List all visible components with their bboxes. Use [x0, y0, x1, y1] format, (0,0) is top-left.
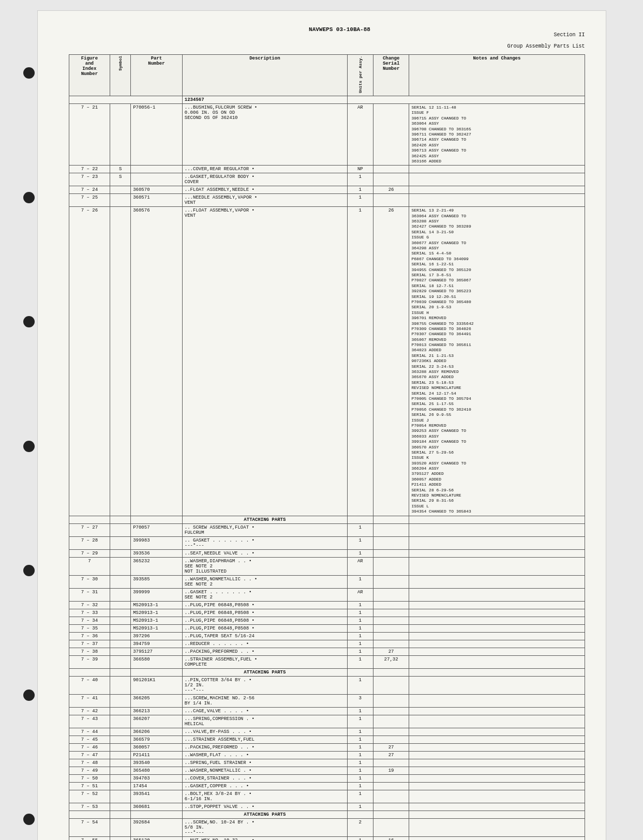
cell-fig: 7 – 48	[69, 759, 110, 767]
cell-part: 397296	[131, 632, 183, 640]
cell-change: 27	[373, 743, 409, 751]
cell-fig: 7 – 22	[69, 166, 110, 173]
cell-notes	[409, 575, 585, 588]
cell-part: 17454	[131, 782, 183, 790]
cell-desc: ..BOLT,HEX 3/8-24 BY . • 6-1/16 IN.	[182, 790, 347, 803]
cell-units: 1	[347, 575, 373, 588]
cell-notes: SERIAL 13 2-21-49 363064 ASSY CHANGED TO…	[409, 207, 585, 516]
cell-change: 16	[373, 836, 409, 840]
cell-notes	[409, 536, 585, 549]
cell-desc: ..PLUG,PIPE 06848,P8508 •	[182, 601, 347, 609]
cell-change	[373, 803, 409, 811]
table-row: 7 – 45366579...STRAINER ASSEMBLY,FUEL1	[69, 736, 585, 743]
cell-fig: 7 – 52	[69, 790, 110, 803]
margin-dot-2	[23, 192, 35, 203]
cell-fig: 7 – 33	[69, 609, 110, 617]
cell-units: 1	[347, 549, 373, 557]
cell-units: 1	[347, 767, 373, 774]
cell-fig: 7 – 28	[69, 536, 110, 549]
cell-sym	[110, 803, 131, 811]
cell-sym	[110, 588, 131, 601]
cell-part: 360681	[131, 803, 183, 811]
cell-fig: 7 – 42	[69, 707, 110, 715]
cell-change	[373, 790, 409, 803]
cell-sym	[110, 104, 131, 166]
cell-change: 27,32	[373, 655, 409, 668]
cell-sym	[110, 617, 131, 624]
cell-change: 19	[373, 767, 409, 774]
cell-fig: 7 – 32	[69, 601, 110, 609]
cell-desc: ..COVER,STRAINER . . . •	[182, 774, 347, 782]
cell-fig: 7 – 21	[69, 104, 110, 166]
cell-part: 366580	[131, 655, 183, 668]
cell-change	[373, 640, 409, 648]
cell-change	[373, 536, 409, 549]
cell-change	[373, 575, 409, 588]
cell-fig: 7 – 37	[69, 640, 110, 648]
cell-fig	[69, 668, 110, 676]
table-row: 7 – 42366213...CAGE,VALVE . . . . •1	[69, 707, 585, 715]
cell-fig: 7 – 25	[69, 194, 110, 207]
cell-desc: ..GASKET . . . . . . . • SEE NOTE 2	[182, 588, 347, 601]
cell-notes	[409, 715, 585, 728]
cell-units: 1	[347, 759, 373, 767]
cell-notes	[409, 557, 585, 575]
cell-change	[373, 523, 409, 536]
cell-part: MS20913-1	[131, 609, 183, 617]
cell-notes	[409, 676, 585, 694]
cell-fig: 7 – 23	[69, 173, 110, 186]
cell-desc: ..SPRING,FUEL STRAINER •	[182, 759, 347, 767]
cell-part	[131, 166, 183, 173]
table-row: 7365232..WASHER,DIAPHRAGM . . • SEE NOTE…	[69, 557, 585, 575]
cell-units: 1	[347, 803, 373, 811]
cell-sym	[110, 549, 131, 557]
cell-notes: SERIAL 12 11-11-48 ISSUE F 396715 ASSY C…	[409, 104, 585, 166]
cell-units: 1	[347, 736, 373, 743]
cell-sym	[110, 624, 131, 632]
cell-change	[373, 736, 409, 743]
table-row: 7 – 53360681..STOP,POPPET VALVE . . •1	[69, 803, 585, 811]
cell-desc: ..NUT,HEX NO. 10-32 . . •	[182, 836, 347, 840]
cell-part: 366213	[131, 707, 183, 715]
cell-part: 394703	[131, 774, 183, 782]
cell-change: 26	[373, 186, 409, 194]
cell-part	[131, 668, 183, 676]
cell-part: 365120	[131, 836, 183, 840]
cell-part: 365480	[131, 767, 183, 774]
parts-table: Figure and Index Number Symbol Part Numb…	[69, 54, 585, 840]
cell-sym	[110, 707, 131, 715]
cell-notes	[409, 617, 585, 624]
cell-sym	[110, 774, 131, 782]
cell-desc: ...VALVE,BY-PASS . . . •	[182, 728, 347, 736]
col-header-sym: Symbol	[110, 55, 131, 96]
cell-fig: 7 – 35	[69, 624, 110, 632]
cell-units: 1	[347, 194, 373, 207]
cell-notes	[409, 648, 585, 655]
cell-units	[347, 516, 373, 523]
cell-desc: ..SEAT,NEEDLE VALVE . . •	[182, 549, 347, 557]
section-label: Section II Group Assembly Parts List	[507, 26, 585, 49]
table-row: 7 – 50394703..COVER,STRAINER . . . •1	[69, 774, 585, 782]
cell-notes	[409, 194, 585, 207]
cell-part: 399999	[131, 588, 183, 601]
cell-change	[373, 811, 409, 818]
cell-notes	[409, 640, 585, 648]
cell-fig: 7 – 54	[69, 818, 110, 836]
cell-part: 366207	[131, 715, 183, 728]
table-row: 7 – 47P21411..WASHER,FLAT . . . . •127	[69, 751, 585, 759]
cell-desc: ...SCREW,MACHINE NO. 2-56 BY 1/4 IN.	[182, 694, 347, 707]
cell-part: MS20913-1	[131, 601, 183, 609]
cell-change	[373, 104, 409, 166]
cell-fig: 7 – 24	[69, 186, 110, 194]
cell-part: MS20913-1	[131, 617, 183, 624]
cell-fig: 7 – 46	[69, 743, 110, 751]
cell-change: 27	[373, 751, 409, 759]
cell-sym	[110, 790, 131, 803]
cell-notes	[409, 166, 585, 173]
cell-units: 1	[347, 782, 373, 790]
cell-desc: ...BUSHING,FULCRUM SCREW • 0.006 IN. OS …	[182, 104, 347, 166]
cell-sym	[110, 207, 131, 516]
table-row: 7 – 21P70056-1...BUSHING,FULCRUM SCREW •…	[69, 104, 585, 166]
margin-dot-3	[23, 316, 35, 327]
cell-units: AR	[347, 588, 373, 601]
